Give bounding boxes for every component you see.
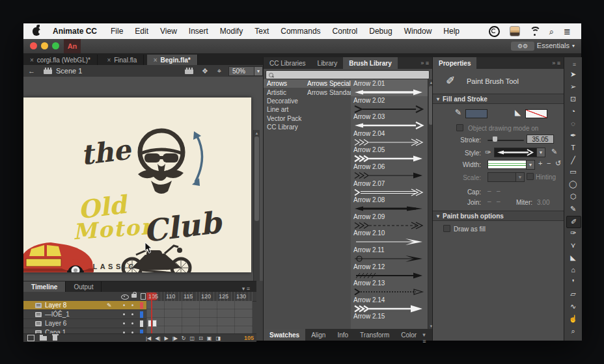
menu-item[interactable]: Window [398, 27, 438, 36]
chevron-down-icon[interactable]: ▼ [526, 160, 535, 170]
tool-button[interactable]: T [566, 142, 580, 153]
back-arrow-icon[interactable]: ← [28, 67, 35, 75]
fill-color-swatch[interactable] [525, 109, 547, 118]
menu-item[interactable]: Insert [183, 27, 214, 36]
menu-item[interactable]: Edit [129, 27, 154, 36]
minimize-window-button[interactable] [41, 42, 48, 49]
brush-item[interactable]: Arrow 2.07 [351, 179, 428, 196]
menu-item[interactable]: Help [437, 27, 465, 36]
stroke-color-swatch[interactable] [465, 109, 487, 118]
brush-item[interactable]: Arrow 2.09 [351, 213, 428, 229]
document-tab[interactable]: corgi.fla (WebGL)* [23, 55, 98, 66]
object-drawing-checkbox[interactable] [456, 124, 463, 131]
tool-button[interactable]: ➢ [566, 81, 580, 92]
new-layer-icon[interactable] [27, 335, 34, 341]
brush-subcategory[interactable]: Arrows Standard [304, 88, 351, 96]
show-hide-layers-icon[interactable] [121, 294, 129, 300]
timeline-ruler[interactable]: 105 110 115 120 125 130 [146, 292, 253, 301]
layer-lock-dot[interactable] [131, 313, 133, 315]
zoom-level-select[interactable]: 50% ▼ [228, 66, 263, 76]
menu-app-name[interactable]: Animate CC [47, 27, 105, 36]
spotlight-search-icon[interactable]: ⌕ [549, 27, 554, 36]
menu-item[interactable]: View [154, 27, 183, 36]
layer-visibility-dot[interactable] [123, 304, 125, 306]
fill-stroke-section-header[interactable]: Fill and Stroke [433, 94, 564, 104]
miter-value[interactable]: 3.00 [537, 199, 549, 206]
tool-button[interactable]: ▭ [566, 166, 580, 177]
stroke-value[interactable]: 35.05 [527, 135, 554, 144]
chevron-down-icon[interactable]: ▼ [536, 148, 545, 157]
tool-button[interactable]: ◔ [566, 105, 580, 116]
add-width-profile-icon[interactable]: + [538, 159, 542, 167]
panel-tab[interactable]: Info [331, 329, 354, 341]
wifi-icon[interactable] [530, 28, 540, 35]
layer-row[interactable]: Layer 6 ✎ [23, 319, 146, 328]
sync-settings-button[interactable]: ⚙⚙ [511, 42, 534, 51]
brush-category[interactable]: CC Library [264, 123, 304, 131]
center-stage-icon[interactable]: ⌖ [217, 67, 221, 75]
reset-width-icon[interactable]: ↺ [555, 159, 561, 168]
panel-menu-icon[interactable]: ▾ ≡ [422, 329, 433, 341]
zoom-window-button[interactable] [52, 42, 59, 49]
playback-icon[interactable]: |◀ [146, 335, 151, 341]
brush-item[interactable]: Arrow 2.03 [351, 112, 428, 129]
panel-tab[interactable]: CC Libraries [264, 57, 312, 69]
chevron-down-icon[interactable]: ▼ [515, 172, 525, 182]
document-tab[interactable]: Final.fla [100, 55, 144, 66]
tool-button[interactable]: ▱ [566, 289, 580, 300]
paint-brush-options-header[interactable]: Paint brush options [433, 211, 564, 221]
hinting-checkbox[interactable] [527, 173, 534, 180]
apple-menu-icon[interactable] [33, 27, 40, 36]
tool-button[interactable]: ⌂ [566, 265, 580, 276]
outline-layers-icon[interactable] [141, 293, 146, 300]
tool-button[interactable]: ⋎ [566, 240, 580, 251]
brush-item[interactable]: Arrow 2.04 [351, 129, 428, 146]
layer-visibility-dot[interactable] [123, 313, 125, 315]
menu-item[interactable]: Commands [275, 27, 326, 36]
tool-button[interactable]: ➤ [566, 69, 580, 80]
stroke-style-dropdown[interactable] [494, 148, 537, 157]
tool-button[interactable]: ✒ [566, 130, 580, 141]
tool-button[interactable]: ◯ [566, 179, 580, 190]
tool-button[interactable]: ❜ [566, 277, 580, 288]
tool-button[interactable]: ╱ [566, 155, 580, 166]
tool-button[interactable]: ∿ [566, 301, 580, 312]
timeline-tab[interactable]: Timeline [23, 281, 66, 292]
brush-search-input[interactable] [266, 70, 430, 79]
tool-button[interactable]: ⬡ [566, 191, 580, 202]
remove-width-profile-icon[interactable]: − [547, 159, 551, 167]
workspace-switcher[interactable]: Essentials ▾ [537, 42, 575, 49]
panel-tab[interactable]: Library [312, 57, 344, 69]
panel-tab[interactable]: Color [395, 329, 422, 341]
brush-item[interactable]: Arrow 2.13 [351, 279, 428, 296]
keyframe-marker[interactable] [152, 320, 157, 327]
playback-icon[interactable]: ⊡ [199, 335, 203, 341]
tool-button[interactable]: ✐ [566, 216, 581, 228]
layer-lock-dot[interactable] [131, 304, 133, 306]
tool-button[interactable]: ☝ [566, 313, 580, 324]
tool-button[interactable]: ⊡ [566, 94, 580, 105]
cap-option-icon[interactable]: ‒ [497, 187, 501, 194]
panel-menu-icon[interactable]: » ≡ [552, 57, 564, 69]
stroke-slider-thumb[interactable] [493, 136, 497, 142]
brush-category[interactable]: Arrows [264, 79, 304, 88]
brush-category[interactable]: Artistic [264, 88, 304, 96]
close-window-button[interactable] [30, 42, 37, 49]
brush-item[interactable]: Arrow 2.08 [351, 196, 428, 213]
edit-scene-icon[interactable] [185, 68, 193, 74]
scale-dropdown[interactable] [487, 172, 516, 182]
lock-layers-icon[interactable] [131, 294, 137, 298]
document-tab[interactable]: Begin.fla* [147, 55, 198, 66]
playback-icon[interactable]: ▶ [164, 335, 168, 341]
edit-stroke-style-icon[interactable]: ✎ [551, 148, 557, 156]
scroll-up-icon[interactable]: ▲ [254, 130, 260, 136]
playback-icon[interactable]: ◨ [215, 335, 221, 341]
menu-item[interactable]: Control [327, 27, 364, 36]
brush-category[interactable]: Vector Pack [264, 114, 304, 123]
playback-icon[interactable]: |▶ [172, 335, 178, 341]
menu-list-icon[interactable]: ≣ [564, 27, 571, 36]
tool-button[interactable]: ✑ [566, 228, 580, 239]
playhead-line[interactable] [151, 292, 152, 333]
brush-item[interactable]: Arrow 2.02 [351, 96, 428, 113]
brush-category[interactable]: Line art [264, 105, 304, 114]
